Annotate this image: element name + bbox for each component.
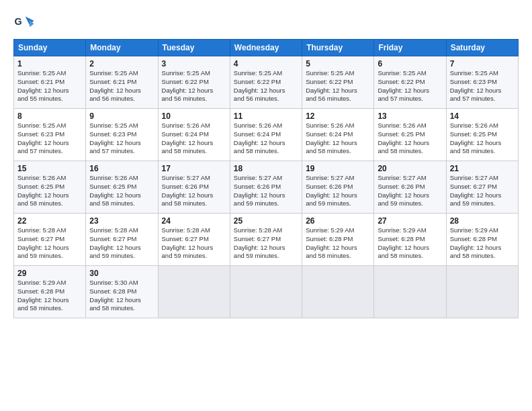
day-info: Sunrise: 5:26 AMSunset: 6:24 PMDaylight:… (162, 122, 226, 156)
day-info: Sunrise: 5:25 AMSunset: 6:23 PMDaylight:… (17, 122, 82, 156)
day-number: 29 (17, 269, 82, 278)
day-number: 11 (234, 111, 298, 121)
day-info: Sunrise: 5:27 AMSunset: 6:26 PMDaylight:… (306, 174, 370, 208)
day-info: Sunrise: 5:29 AMSunset: 6:28 PMDaylight:… (378, 226, 442, 261)
calendar-cell: 24Sunrise: 5:28 AMSunset: 6:27 PMDayligh… (158, 214, 230, 266)
day-number: 27 (378, 216, 442, 226)
calendar-header-row: Sunday Monday Tuesday Wednesday Thursday… (14, 40, 519, 56)
col-sunday: Sunday (14, 40, 86, 56)
calendar-cell: 2Sunrise: 5:25 AMSunset: 6:21 PMDaylight… (86, 56, 158, 109)
day-info: Sunrise: 5:27 AMSunset: 6:26 PMDaylight:… (234, 174, 298, 208)
header: G (13, 12, 519, 34)
calendar-cell: 10Sunrise: 5:26 AMSunset: 6:24 PMDayligh… (158, 109, 230, 161)
day-number: 15 (17, 164, 82, 173)
calendar-cell: 30Sunrise: 5:30 AMSunset: 6:28 PMDayligh… (86, 266, 158, 318)
col-saturday: Saturday (446, 40, 518, 56)
day-number: 9 (89, 111, 154, 121)
calendar-cell (230, 266, 302, 318)
day-info: Sunrise: 5:25 AMSunset: 6:22 PMDaylight:… (234, 69, 298, 103)
calendar-cell: 8Sunrise: 5:25 AMSunset: 6:23 PMDaylight… (14, 109, 86, 161)
calendar-cell: 27Sunrise: 5:29 AMSunset: 6:28 PMDayligh… (374, 214, 446, 266)
calendar-cell (302, 266, 374, 318)
day-number: 26 (306, 216, 370, 226)
day-number: 7 (450, 59, 515, 68)
calendar-cell: 16Sunrise: 5:26 AMSunset: 6:25 PMDayligh… (86, 161, 158, 214)
day-number: 17 (162, 164, 226, 173)
day-number: 14 (450, 111, 515, 121)
day-info: Sunrise: 5:26 AMSunset: 6:24 PMDaylight:… (306, 122, 370, 156)
day-info: Sunrise: 5:26 AMSunset: 6:24 PMDaylight:… (234, 122, 298, 156)
day-info: Sunrise: 5:25 AMSunset: 6:22 PMDaylight:… (378, 69, 442, 103)
day-info: Sunrise: 5:25 AMSunset: 6:23 PMDaylight:… (450, 69, 515, 103)
day-number: 20 (378, 164, 442, 173)
day-info: Sunrise: 5:30 AMSunset: 6:28 PMDaylight:… (89, 279, 154, 313)
day-number: 4 (234, 59, 298, 68)
calendar-cell: 29Sunrise: 5:29 AMSunset: 6:28 PMDayligh… (14, 266, 86, 318)
day-number: 30 (89, 269, 154, 278)
day-number: 19 (306, 164, 370, 173)
calendar-cell: 6Sunrise: 5:25 AMSunset: 6:22 PMDaylight… (374, 56, 446, 109)
calendar-cell: 23Sunrise: 5:28 AMSunset: 6:27 PMDayligh… (86, 214, 158, 266)
day-info: Sunrise: 5:25 AMSunset: 6:21 PMDaylight:… (89, 69, 154, 103)
logo: G (13, 12, 38, 34)
day-number: 6 (378, 59, 442, 68)
calendar-cell: 13Sunrise: 5:26 AMSunset: 6:25 PMDayligh… (374, 109, 446, 161)
svg-text:G: G (15, 16, 22, 27)
calendar-cell (158, 266, 230, 318)
calendar-cell (446, 266, 518, 318)
calendar-cell: 4Sunrise: 5:25 AMSunset: 6:22 PMDaylight… (230, 56, 302, 109)
day-number: 5 (306, 59, 370, 68)
calendar-cell: 14Sunrise: 5:26 AMSunset: 6:25 PMDayligh… (446, 109, 518, 161)
day-info: Sunrise: 5:27 AMSunset: 6:26 PMDaylight:… (378, 174, 442, 208)
page: G Sunday Monday Tuesday Wednesday Thursd… (0, 0, 532, 411)
calendar-table: Sunday Monday Tuesday Wednesday Thursday… (13, 39, 519, 318)
day-info: Sunrise: 5:25 AMSunset: 6:21 PMDaylight:… (17, 69, 82, 103)
day-info: Sunrise: 5:28 AMSunset: 6:27 PMDaylight:… (17, 226, 82, 261)
day-info: Sunrise: 5:27 AMSunset: 6:26 PMDaylight:… (162, 174, 226, 208)
day-info: Sunrise: 5:25 AMSunset: 6:22 PMDaylight:… (306, 69, 370, 103)
day-number: 12 (306, 111, 370, 121)
calendar-cell: 21Sunrise: 5:27 AMSunset: 6:27 PMDayligh… (446, 161, 518, 214)
day-number: 28 (450, 216, 515, 226)
day-number: 1 (17, 59, 82, 68)
calendar-cell: 20Sunrise: 5:27 AMSunset: 6:26 PMDayligh… (374, 161, 446, 214)
day-number: 3 (162, 59, 226, 68)
day-info: Sunrise: 5:26 AMSunset: 6:25 PMDaylight:… (17, 174, 82, 208)
col-monday: Monday (86, 40, 158, 56)
day-number: 10 (162, 111, 226, 121)
day-number: 23 (89, 216, 154, 226)
calendar-cell: 17Sunrise: 5:27 AMSunset: 6:26 PMDayligh… (158, 161, 230, 214)
day-info: Sunrise: 5:25 AMSunset: 6:22 PMDaylight:… (162, 69, 226, 103)
calendar-cell: 26Sunrise: 5:29 AMSunset: 6:28 PMDayligh… (302, 214, 374, 266)
calendar-cell: 28Sunrise: 5:29 AMSunset: 6:28 PMDayligh… (446, 214, 518, 266)
col-friday: Friday (374, 40, 446, 56)
logo-icon: G (13, 12, 35, 34)
calendar-row: 15Sunrise: 5:26 AMSunset: 6:25 PMDayligh… (14, 161, 519, 214)
day-number: 21 (450, 164, 515, 173)
day-number: 25 (234, 216, 298, 226)
day-info: Sunrise: 5:26 AMSunset: 6:25 PMDaylight:… (378, 122, 442, 156)
day-info: Sunrise: 5:28 AMSunset: 6:27 PMDaylight:… (234, 226, 298, 261)
calendar-row: 1Sunrise: 5:25 AMSunset: 6:21 PMDaylight… (14, 56, 519, 109)
day-info: Sunrise: 5:29 AMSunset: 6:28 PMDaylight:… (450, 226, 515, 261)
calendar-cell: 19Sunrise: 5:27 AMSunset: 6:26 PMDayligh… (302, 161, 374, 214)
day-number: 22 (17, 216, 82, 226)
calendar-cell: 22Sunrise: 5:28 AMSunset: 6:27 PMDayligh… (14, 214, 86, 266)
day-info: Sunrise: 5:29 AMSunset: 6:28 PMDaylight:… (17, 279, 82, 313)
day-number: 24 (162, 216, 226, 226)
day-info: Sunrise: 5:28 AMSunset: 6:27 PMDaylight:… (162, 226, 226, 261)
calendar-cell: 5Sunrise: 5:25 AMSunset: 6:22 PMDaylight… (302, 56, 374, 109)
calendar-row: 22Sunrise: 5:28 AMSunset: 6:27 PMDayligh… (14, 214, 519, 266)
calendar-cell: 3Sunrise: 5:25 AMSunset: 6:22 PMDaylight… (158, 56, 230, 109)
day-number: 16 (89, 164, 154, 173)
day-number: 2 (89, 59, 154, 68)
calendar-cell (374, 266, 446, 318)
calendar-cell: 11Sunrise: 5:26 AMSunset: 6:24 PMDayligh… (230, 109, 302, 161)
day-info: Sunrise: 5:26 AMSunset: 6:25 PMDaylight:… (89, 174, 154, 208)
day-info: Sunrise: 5:26 AMSunset: 6:25 PMDaylight:… (450, 122, 515, 156)
day-number: 18 (234, 164, 298, 173)
day-info: Sunrise: 5:27 AMSunset: 6:27 PMDaylight:… (450, 174, 515, 208)
day-number: 8 (17, 111, 82, 121)
calendar-cell: 15Sunrise: 5:26 AMSunset: 6:25 PMDayligh… (14, 161, 86, 214)
calendar-row: 8Sunrise: 5:25 AMSunset: 6:23 PMDaylight… (14, 109, 519, 161)
